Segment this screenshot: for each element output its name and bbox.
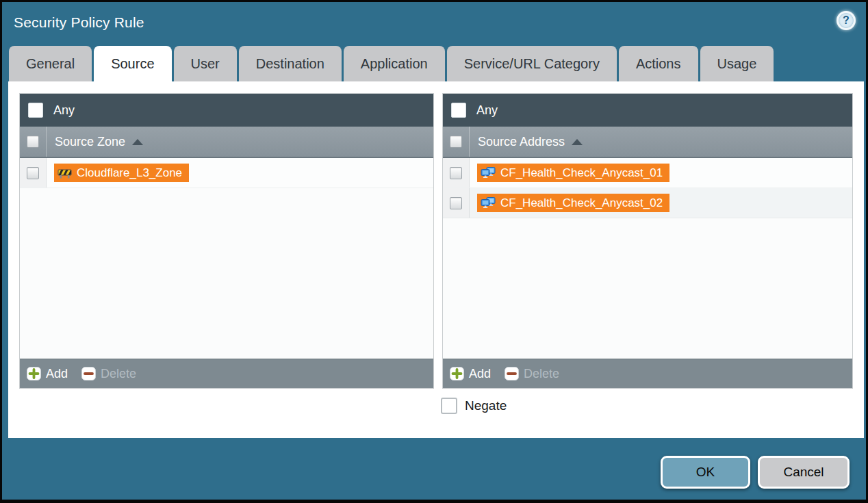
sort-ascending-icon	[572, 139, 583, 145]
address-chip[interactable]: CF_Health_Check_Anycast_02	[477, 194, 669, 212]
ok-button[interactable]: OK	[661, 456, 750, 489]
zone-name: Cloudflare_L3_Zone	[77, 166, 182, 180]
title-bar: Security Policy Rule ?	[2, 2, 866, 43]
sort-ascending-icon	[132, 139, 143, 145]
add-label: Add	[46, 367, 68, 381]
table-row[interactable]: CF_Health_Check_Anycast_01	[443, 158, 852, 188]
table-row[interactable]: CF_Health_Check_Anycast_02	[443, 188, 852, 218]
row-checkbox-cell	[20, 158, 47, 188]
source-zone-any-row: Any	[20, 94, 433, 127]
source-zone-any-checkbox[interactable]	[28, 103, 43, 118]
source-zone-list: Cloudflare_L3_Zone	[20, 158, 433, 359]
row-checkbox[interactable]	[450, 167, 462, 179]
source-address-list: CF_Health_Check_Anycast_01	[443, 158, 852, 359]
dialog-title: Security Policy Rule	[14, 14, 144, 31]
source-address-toolbar: Add Delete	[443, 359, 852, 388]
any-label: Any	[53, 103, 75, 118]
add-icon	[27, 367, 41, 381]
table-row[interactable]: Cloudflare_L3_Zone	[20, 158, 433, 188]
cancel-button[interactable]: Cancel	[758, 456, 850, 489]
header-checkbox-cell	[443, 127, 470, 157]
delete-label: Delete	[101, 367, 136, 381]
tab-application[interactable]: Application	[344, 46, 445, 81]
source-zone-toolbar: Add Delete	[20, 359, 433, 388]
any-label: Any	[476, 103, 498, 118]
negate-label: Negate	[465, 398, 507, 413]
tab-destination[interactable]: Destination	[239, 46, 342, 81]
delete-icon	[505, 367, 519, 381]
source-zone-select-all-checkbox[interactable]	[27, 136, 39, 148]
delete-label: Delete	[524, 367, 559, 381]
add-icon	[450, 367, 464, 381]
address-chip[interactable]: CF_Health_Check_Anycast_01	[477, 164, 669, 182]
add-button[interactable]: Add	[450, 367, 491, 381]
delete-icon	[81, 367, 96, 381]
source-address-any-row: Any	[443, 94, 852, 127]
source-address-column-header[interactable]: Source Address	[443, 127, 852, 158]
tab-user[interactable]: User	[174, 46, 237, 81]
source-address-panel: Any Source Address	[442, 93, 853, 389]
delete-button[interactable]: Delete	[505, 367, 559, 381]
address-icon	[481, 197, 496, 209]
tab-content: Any Source Zone	[8, 81, 864, 438]
help-icon[interactable]: ?	[837, 11, 856, 30]
header-checkbox-cell	[20, 127, 47, 157]
address-name: CF_Health_Check_Anycast_02	[500, 196, 663, 210]
tab-service-url-category[interactable]: Service/URL Category	[447, 46, 617, 81]
tab-general[interactable]: General	[9, 46, 92, 81]
source-zone-panel: Any Source Zone	[19, 93, 434, 389]
security-policy-rule-dialog: Security Policy Rule ? General Source Us…	[0, 0, 868, 503]
negate-row: Negate	[441, 398, 507, 414]
row-checkbox[interactable]	[27, 167, 39, 179]
tab-source[interactable]: Source	[94, 46, 171, 81]
address-icon	[481, 167, 496, 179]
delete-button[interactable]: Delete	[81, 367, 136, 381]
source-zone-column-header[interactable]: Source Zone	[20, 127, 433, 158]
tab-bar: General Source User Destination Applicat…	[9, 46, 859, 81]
address-name: CF_Health_Check_Anycast_01	[500, 166, 663, 180]
column-title: Source Zone	[55, 135, 125, 149]
add-label: Add	[469, 367, 491, 381]
add-button[interactable]: Add	[27, 367, 68, 381]
source-address-select-all-checkbox[interactable]	[450, 136, 462, 148]
row-checkbox[interactable]	[450, 197, 462, 209]
column-title: Source Address	[478, 135, 565, 149]
zone-icon	[58, 168, 72, 179]
zone-chip[interactable]: Cloudflare_L3_Zone	[54, 164, 189, 182]
row-checkbox-cell	[443, 188, 470, 218]
source-address-any-checkbox[interactable]	[451, 103, 466, 118]
row-checkbox-cell	[443, 158, 470, 188]
tab-actions[interactable]: Actions	[619, 46, 698, 81]
negate-checkbox[interactable]	[441, 398, 457, 414]
tab-usage[interactable]: Usage	[700, 46, 774, 81]
